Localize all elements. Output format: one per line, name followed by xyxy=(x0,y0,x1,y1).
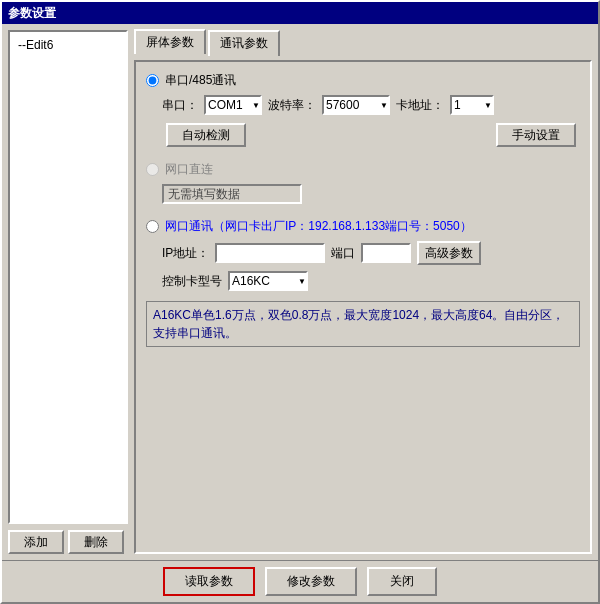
delete-button[interactable]: 删除 xyxy=(68,530,124,554)
read-params-button[interactable]: 读取参数 xyxy=(163,567,255,596)
ip-input[interactable]: 192.168.1.133 xyxy=(215,243,325,263)
direct-radio[interactable] xyxy=(146,163,159,176)
description-text: A16KC单色1.6万点，双色0.8万点，最大宽度1024，最大高度64。自由分… xyxy=(146,301,580,347)
serial-section: 串口/485通讯 串口： COM1 波特率： 57600 xyxy=(146,72,580,147)
direct-label: 网口直连 xyxy=(165,161,213,178)
bottom-bar: 读取参数 修改参数 关闭 xyxy=(2,560,598,602)
network-radio[interactable] xyxy=(146,220,159,233)
card-select[interactable]: 1 xyxy=(450,95,494,115)
auto-detect-button[interactable]: 自动检测 xyxy=(166,123,246,147)
manual-set-button[interactable]: 手动设置 xyxy=(496,123,576,147)
card-type-select[interactable]: A16KC xyxy=(228,271,308,291)
left-panel-item[interactable]: --Edit6 xyxy=(14,36,122,54)
serial-radio[interactable] xyxy=(146,74,159,87)
direct-section: 网口直连 xyxy=(146,161,580,204)
card-type-label: 控制卡型号 xyxy=(162,273,222,290)
port-label: 串口： xyxy=(162,97,198,114)
direct-input xyxy=(162,184,302,204)
main-window: 参数设置 --Edit6 添加 删除 屏体参数 通讯参数 xyxy=(0,0,600,604)
card-label: 卡地址： xyxy=(396,97,444,114)
title-bar: 参数设置 xyxy=(2,2,598,24)
tab-content: 串口/485通讯 串口： COM1 波特率： 57600 xyxy=(134,60,592,554)
port-field-label: 端口 xyxy=(331,245,355,262)
tab-bar: 屏体参数 通讯参数 xyxy=(134,30,592,54)
network-label: 网口通讯（网口卡出厂IP：192.168.1.133端口号：5050） xyxy=(165,218,472,235)
close-button[interactable]: 关闭 xyxy=(367,567,437,596)
port-input[interactable]: 5050 xyxy=(361,243,411,263)
tab-screen-params[interactable]: 屏体参数 xyxy=(134,29,206,54)
serial-label: 串口/485通讯 xyxy=(165,72,236,89)
window-title: 参数设置 xyxy=(8,5,56,22)
port-select[interactable]: COM1 xyxy=(204,95,262,115)
advanced-button[interactable]: 高级参数 xyxy=(417,241,481,265)
ip-label: IP地址： xyxy=(162,245,209,262)
network-section: 网口通讯（网口卡出厂IP：192.168.1.133端口号：5050） IP地址… xyxy=(146,218,580,291)
baud-label: 波特率： xyxy=(268,97,316,114)
baud-select[interactable]: 57600 xyxy=(322,95,390,115)
modify-params-button[interactable]: 修改参数 xyxy=(265,567,357,596)
add-button[interactable]: 添加 xyxy=(8,530,64,554)
left-panel: --Edit6 xyxy=(8,30,128,524)
tab-comm-params[interactable]: 通讯参数 xyxy=(208,30,280,56)
